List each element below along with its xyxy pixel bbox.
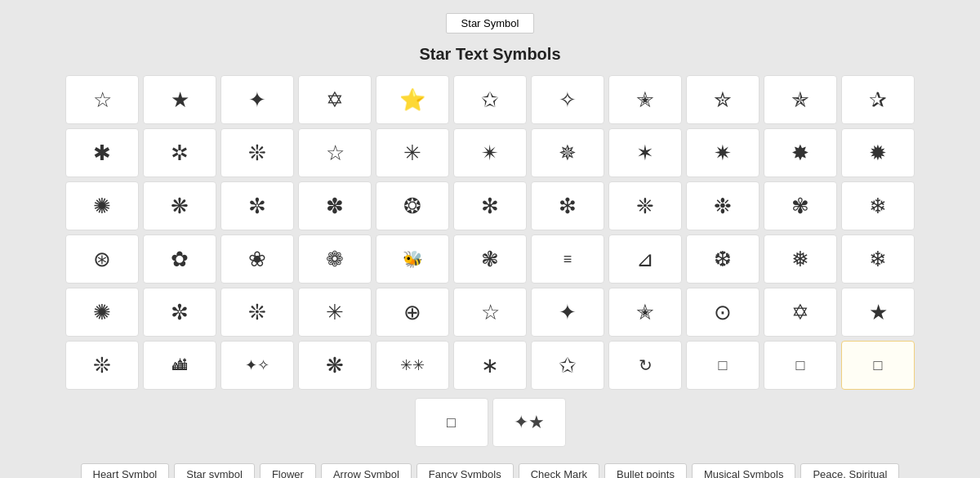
page-title: Star Text Symbols [419,45,560,64]
symbol-cell[interactable]: ∗ [453,341,527,390]
symbol-cell[interactable]: ↻ [608,341,682,390]
symbol-cell[interactable]: ✰ [841,75,915,124]
symbol-cell[interactable]: ✦ [220,75,294,124]
bottom-symbol-row: □ ✦★ [415,398,566,447]
symbol-cell[interactable]: □ [764,341,837,390]
symbol-cell[interactable]: ✩ [531,341,604,390]
symbol-cell[interactable]: ✺ [65,288,139,337]
symbol-cell[interactable]: ✳ [376,128,449,177]
symbol-cell[interactable]: □ [841,341,915,390]
symbol-cell[interactable]: ✧ [531,75,604,124]
nav-tag-check-mark[interactable]: Check Mark [519,463,599,478]
symbol-cell[interactable]: ❄ [841,235,915,284]
symbol-cell[interactable]: ✼ [220,181,294,230]
symbol-cell[interactable]: ✺ [65,181,139,230]
symbol-cell[interactable]: ✦✧ [220,341,294,390]
symbol-cell[interactable]: ❋ [143,181,216,230]
symbol-cell[interactable]: ✵ [531,128,604,177]
symbol-cell[interactable]: ✦ [531,288,604,337]
symbol-cell[interactable]: ❈ [608,181,682,230]
symbol-cell[interactable]: □ [686,341,760,390]
symbol-cell[interactable]: ❂ [376,181,449,230]
symbol-cell[interactable]: ❁ [298,235,372,284]
symbol-cell[interactable]: ✱ [65,128,139,177]
symbol-cell[interactable]: ☆ [298,128,372,177]
symbol-cell[interactable]: ❆ [686,235,760,284]
symbol-cell[interactable]: ⊙ [686,288,760,337]
symbol-cell[interactable]: ❅ [764,235,837,284]
nav-tag-heart-symbol[interactable]: Heart Symbol [81,463,170,478]
symbol-cell[interactable]: ★ [143,75,216,124]
symbol-cell[interactable]: ❉ [686,181,760,230]
top-nav-button[interactable]: Star Symbol [446,13,535,34]
symbol-cell[interactable]: ✸ [764,128,837,177]
nav-tag-bullet-points[interactable]: Bullet points [604,463,687,478]
symbol-cell[interactable]: ⊕ [376,288,449,337]
symbol-cell[interactable]: ✻ [453,181,527,230]
symbol-cell[interactable]: ✮ [686,75,760,124]
symbol-cell[interactable]: ✽ [298,181,372,230]
symbol-cell[interactable]: ✿ [143,235,216,284]
symbol-cell[interactable]: ✯ [764,75,837,124]
symbol-cell[interactable]: ★ [841,288,915,337]
symbol-cell[interactable]: ⊿ [608,235,682,284]
symbol-cell[interactable]: ❃ [453,235,527,284]
symbol-cell[interactable]: ⭐ [376,75,449,124]
nav-tag-bar: Heart Symbol Star symbol Flower Arrow Sy… [81,463,900,478]
symbol-cell[interactable]: ❊ [65,341,139,390]
symbol-cell[interactable]: ✳ [298,288,372,337]
symbol-cell[interactable]: ✾ [764,181,837,230]
symbol-cell[interactable]: ⊛ [65,235,139,284]
symbol-grid: ☆ ★ ✦ ✡ ⭐ ✩ ✧ ✭ ✮ ✯ ✰ ✱ ✲ ❊ ☆ ✳ ✴ ✵ ✶ ✷ … [65,75,915,390]
symbol-cell[interactable]: ✶ [608,128,682,177]
symbol-cell[interactable]: ☆ [65,75,139,124]
symbol-cell[interactable]: ❄ [841,181,915,230]
symbol-cell-bottom-shooting-star[interactable]: ✦★ [492,398,566,447]
symbol-cell[interactable]: ✼ [143,288,216,337]
nav-tag-flower[interactable]: Flower [260,463,316,478]
symbol-cell[interactable]: ❊ [220,128,294,177]
nav-tag-musical-symbols[interactable]: Musical Symbols [692,463,796,478]
symbol-cell[interactable]: 🐝 [376,235,449,284]
nav-tag-star-symbol[interactable]: Star symbol [174,463,255,478]
symbol-cell[interactable]: ❇ [531,181,604,230]
symbol-cell[interactable]: ❊ [220,288,294,337]
symbol-cell-bottom-blank[interactable]: □ [415,398,488,447]
symbol-cell[interactable]: ✴ [453,128,527,177]
symbol-cell[interactable]: ❀ [220,235,294,284]
symbol-cell[interactable]: ✡ [298,75,372,124]
symbol-cell[interactable]: ✷ [686,128,760,177]
symbol-cell[interactable]: ✲ [143,128,216,177]
symbol-cell[interactable]: ✹ [841,128,915,177]
symbol-cell[interactable]: ✭ [608,75,682,124]
nav-tag-arrow-symbol[interactable]: Arrow Symbol [321,463,412,478]
symbol-cell[interactable]: ❋ [298,341,372,390]
symbol-cell[interactable]: ≡ [531,235,604,284]
nav-tag-peace-spiritual[interactable]: Peace, Spiritual [800,463,899,478]
symbol-cell[interactable]: ✭ [608,288,682,337]
symbol-cell[interactable]: ✩ [453,75,527,124]
symbol-cell[interactable]: ✳✳ [376,341,449,390]
symbol-cell[interactable]: 🏙 [143,341,216,390]
symbol-cell[interactable]: ☆ [453,288,527,337]
nav-tag-fancy-symbols[interactable]: Fancy Symbols [416,463,514,478]
symbol-cell[interactable]: ✡ [764,288,837,337]
